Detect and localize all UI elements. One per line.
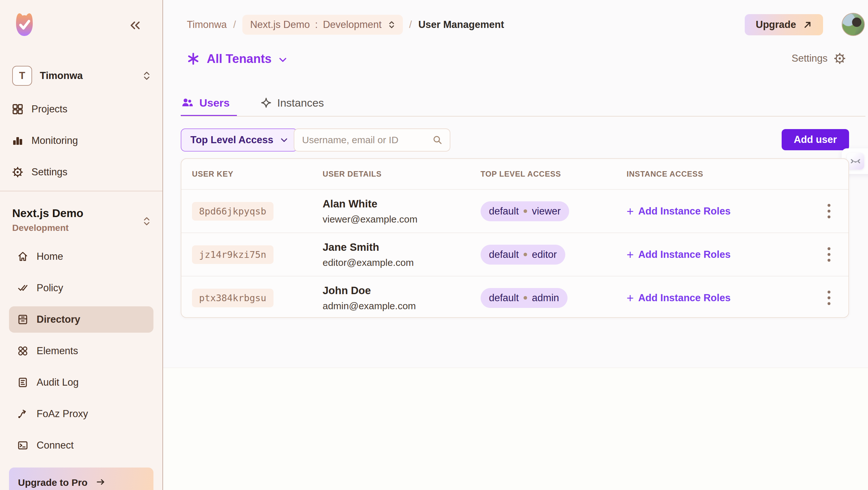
table-row: jz14r9kzi75n Jane Smith editor@example.c… [181,233,848,276]
dot-separator-icon [524,253,527,256]
home-icon [17,251,28,262]
sidebar-item-projects[interactable]: Projects [12,100,150,118]
breadcrumb-workspace[interactable]: Timonwa [187,19,227,31]
breadcrumb-page-title: User Management [418,19,504,31]
add-instance-roles-label: Add Instance Roles [638,249,731,261]
chevron-down-icon [280,137,288,143]
sidebar: T Timonwa Projects [0,0,163,490]
project-selector[interactable]: Next.js Demo Development [12,207,151,233]
user-key[interactable]: ptx384krbgsu [192,289,274,307]
permit-logo-icon[interactable] [12,12,37,38]
top-level-access-badge[interactable]: default admin [480,288,567,308]
user-key[interactable]: 8pd66jkpyqsb [192,202,274,221]
kebab-menu-button[interactable] [825,201,833,221]
sidebar-item-label: Policy [37,282,63,294]
user-key[interactable]: jz14r9kzi75n [192,245,274,264]
tenant-selector[interactable]: All Tenants [187,48,287,69]
sidebar-item-label: Audit Log [37,377,79,388]
breadcrumb-environment: Development [323,19,382,31]
badge-role: editor [532,249,557,261]
happy-face-icon [850,157,861,165]
top-level-access-dropdown[interactable]: Top Level Access [181,128,298,152]
add-instance-roles-link[interactable]: + Add Instance Roles [627,205,731,217]
table-row: ptx384krbgsu John Doe admin@example.com … [181,276,848,318]
top-level-access-badge[interactable]: default editor [480,245,565,265]
user-email: editor@example.com [322,257,480,268]
content-divider [163,368,868,490]
column-header: USER DETAILS [322,170,480,179]
table-body: 8pd66jkpyqsb Alan White viewer@example.c… [181,189,848,318]
route-arrow-icon [17,408,28,419]
settings-label: Settings [792,53,828,64]
sidebar-item-connect[interactable]: Connect [9,432,153,459]
upgrade-button-label: Upgrade [756,19,796,31]
sidebar-item-directory[interactable]: Directory [9,306,153,333]
badge-tenant: default [489,206,519,217]
add-instance-roles-label: Add Instance Roles [638,206,731,217]
tab-label: Instances [277,97,324,109]
project-name: Next.js Demo [12,207,151,220]
collapse-sidebar-button[interactable] [128,20,142,31]
arrow-right-icon [96,478,105,486]
arrow-up-right-icon [803,20,812,29]
badge-role: viewer [532,206,561,217]
sidebar-item-label: Directory [37,314,80,325]
breadcrumb-project-env-selector[interactable]: Next.js Demo : Development [242,15,403,35]
sidebar-item-label: Home [37,251,63,262]
sidebar-item-label: Projects [31,103,67,115]
main-content: Timonwa / Next.js Demo : Development / U… [163,0,868,490]
devtools-face-toggle[interactable] [847,153,864,170]
sidebar-item-home[interactable]: Home [9,243,153,270]
sidebar-item-settings[interactable]: Settings [12,163,150,181]
user-avatar[interactable] [842,13,865,36]
sidebar-item-foaz-proxy[interactable]: FoAz Proxy [9,401,153,427]
grid-icon [12,104,23,115]
users-table: USER KEY USER DETAILS TOP LEVEL ACCESS I… [181,158,849,318]
search-input[interactable] [302,134,432,146]
chevron-updown-icon [143,216,151,227]
workspace-selector[interactable]: T Timonwa [12,66,151,85]
badge-role: admin [532,292,559,304]
kebab-menu-button[interactable] [825,245,833,264]
upgrade-to-pro-banner[interactable]: Upgrade to Pro [9,467,153,490]
filter-toolbar: Top Level Access Add user [181,128,849,152]
environment-settings-link[interactable]: Settings [792,53,845,64]
sidebar-item-monitoring[interactable]: Monitoring [12,132,150,150]
add-instance-roles-link[interactable]: + Add Instance Roles [627,248,731,261]
user-name: Jane Smith [322,241,480,253]
plus-icon: + [627,248,634,261]
dot-separator-icon [524,296,527,300]
column-header: TOP LEVEL ACCESS [480,170,627,179]
sidebar-item-audit-log[interactable]: Audit Log [9,369,153,396]
gear-icon [12,167,23,178]
dropdown-label: Top Level Access [190,134,273,146]
add-user-button[interactable]: Add user [782,129,849,150]
kebab-menu-button[interactable] [825,288,833,308]
gear-icon [834,53,845,64]
archive-icon [17,314,28,325]
tab-divider [181,116,865,117]
breadcrumb-project: Next.js Demo [250,19,310,31]
tab-instances[interactable]: Instances [261,91,324,117]
app-root: T Timonwa Projects [0,0,868,490]
table-header: USER KEY USER DETAILS TOP LEVEL ACCESS I… [181,159,848,189]
sidebar-top-nav: Projects Monitoring [12,100,150,181]
sidebar-item-policy[interactable]: Policy [9,275,153,301]
chevron-updown-icon [143,70,151,81]
upgrade-to-pro-label: Upgrade to Pro [18,477,88,488]
upgrade-button[interactable]: Upgrade [745,14,823,35]
tenant-selector-label: All Tenants [207,52,272,66]
tab-users[interactable]: Users [181,91,237,117]
search-icon [432,135,443,145]
top-level-access-badge[interactable]: default viewer [480,201,569,221]
sidebar-item-label: Settings [31,166,67,178]
plus-icon: + [627,292,634,304]
user-search [294,128,451,152]
sidebar-item-elements[interactable]: Elements [9,338,153,364]
user-email: admin@example.com [322,301,480,311]
column-header: USER KEY [192,170,322,179]
breadcrumb-separator: / [409,19,412,31]
workspace-avatar: T [12,66,32,86]
tab-label: Users [199,97,230,109]
add-instance-roles-link[interactable]: + Add Instance Roles [627,292,731,304]
